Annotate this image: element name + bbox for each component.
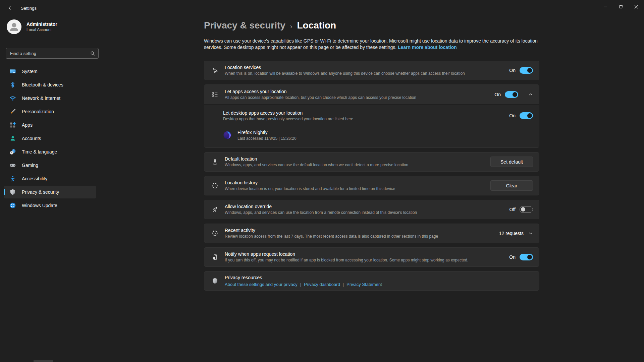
- link-separator: |: [300, 282, 301, 287]
- network-icon: [9, 95, 16, 102]
- settings-cards: Location services When this is on, locat…: [204, 61, 539, 291]
- privacy-statement-link[interactable]: Privacy Statement: [346, 282, 382, 287]
- card-subtitle: When this is on, location will be availa…: [225, 71, 509, 76]
- notify-device-icon: [211, 254, 219, 260]
- recent-activity-dropdown[interactable]: 12 requests: [499, 231, 533, 236]
- card-subtitle: When device location is on, your locatio…: [225, 186, 490, 191]
- card-subtitle: Review location access from the last 7 d…: [225, 234, 499, 239]
- search-box[interactable]: [6, 48, 99, 59]
- expander-header[interactable]: Let apps access your location All apps c…: [204, 85, 539, 104]
- sidebar-item-windows-update[interactable]: Windows Update: [4, 199, 96, 212]
- accounts-icon: [9, 135, 16, 142]
- profile-name: Administrator: [26, 21, 57, 27]
- card-subtitle: If you turn this off, you may not be not…: [225, 258, 509, 262]
- clear-button[interactable]: Clear: [490, 180, 533, 191]
- profile[interactable]: Administrator Local Account: [7, 19, 57, 34]
- firefox-nightly-icon: [223, 131, 232, 139]
- windows-update-icon: [9, 202, 16, 209]
- app-list-icon: [211, 91, 219, 98]
- sidebar-item-time-language[interactable]: Time & language: [4, 145, 96, 158]
- notify-toggle[interactable]: [520, 254, 533, 260]
- toggle-state-label: Off: [509, 207, 516, 212]
- restore-button[interactable]: [613, 0, 629, 14]
- app-title: Settings: [21, 6, 37, 11]
- card-location-override: Allow location override Windows, apps, a…: [204, 200, 539, 219]
- card-desktop-apps-access: Let desktop apps access your location De…: [223, 110, 533, 121]
- card-title: Privacy resources: [225, 275, 533, 280]
- card-default-location: Default location Windows, apps, and serv…: [204, 152, 539, 172]
- apps-icon: [9, 122, 16, 128]
- link-separator: |: [343, 282, 344, 287]
- sidebar-item-bluetooth-devices[interactable]: Bluetooth & devices: [4, 78, 96, 91]
- personalization-icon: [9, 108, 16, 115]
- card-subtitle: Windows, apps, and services can use the …: [225, 210, 509, 215]
- card-title: Let desktop apps access your location: [223, 110, 509, 116]
- card-recent-activity: Recent activity Review location access f…: [204, 224, 539, 243]
- restore-icon: [613, 0, 629, 14]
- sidebar-item-label: Gaming: [22, 163, 38, 168]
- expander-body: Let desktop apps access your location De…: [204, 104, 539, 147]
- back-button[interactable]: [5, 3, 16, 13]
- person-marker-icon: [211, 159, 219, 165]
- sidebar-item-label: Personalization: [22, 109, 54, 114]
- accessibility-icon: [9, 175, 16, 182]
- app-access-entry: Firefox Nightly Last accessed 11/8/25 | …: [223, 130, 533, 141]
- card-title: Location history: [225, 180, 490, 185]
- desktop-apps-toggle[interactable]: [520, 112, 533, 119]
- card-notify-request: Notify when apps request location If you…: [204, 247, 539, 267]
- toggle-state-label: On: [509, 113, 516, 118]
- sidebar-item-label: Apps: [22, 122, 33, 128]
- profile-account-type: Local Account: [26, 27, 57, 32]
- minimize-button[interactable]: [598, 0, 613, 14]
- taskbar-peek-hint: [34, 360, 53, 362]
- search-icon[interactable]: [88, 51, 97, 56]
- card-location-services: Location services When this is on, locat…: [204, 61, 539, 80]
- sidebar-item-gaming[interactable]: Gaming: [4, 159, 96, 172]
- page-description: Windows can use your device's capabiliti…: [204, 38, 539, 51]
- card-location-history: Location history When device location is…: [204, 176, 539, 195]
- learn-more-link[interactable]: Learn more about location: [398, 45, 457, 50]
- card-subtitle: Windows, apps, and services can use the …: [225, 163, 490, 167]
- toggle-state-label: On: [509, 68, 516, 73]
- sidebar-item-system[interactable]: System: [4, 65, 96, 78]
- main-content: Privacy & security › Location Windows ca…: [204, 16, 541, 295]
- sidebar: Administrator Local Account System: [0, 16, 101, 362]
- card-title: Notify when apps request location: [225, 251, 509, 257]
- sidebar-item-label: Privacy & security: [22, 189, 59, 195]
- sidebar-item-network-internet[interactable]: Network & internet: [4, 92, 96, 105]
- location-services-toggle[interactable]: [520, 67, 533, 74]
- search-input[interactable]: [6, 51, 88, 56]
- shield-icon: [9, 189, 16, 195]
- close-icon: [629, 0, 644, 14]
- system-icon: [9, 68, 16, 75]
- minimize-icon: [598, 0, 613, 14]
- privacy-links: About these settings and your privacy | …: [225, 282, 533, 287]
- location-arrow-icon: [211, 67, 219, 74]
- back-arrow-icon: [8, 5, 13, 11]
- set-default-button[interactable]: Set default: [490, 157, 533, 167]
- sidebar-item-accounts[interactable]: Accounts: [4, 132, 96, 145]
- chevron-down-icon: [528, 231, 533, 236]
- sidebar-item-personalization[interactable]: Personalization: [4, 105, 96, 118]
- location-override-icon: [211, 206, 219, 213]
- close-button[interactable]: [629, 0, 644, 14]
- sidebar-item-label: System: [22, 69, 38, 74]
- app-last-accessed: Last accessed 11/8/25 | 15:26:20: [237, 136, 297, 141]
- let-apps-toggle[interactable]: [505, 91, 518, 98]
- card-privacy-resources: Privacy resources About these settings a…: [204, 271, 539, 291]
- breadcrumb-parent[interactable]: Privacy & security: [204, 20, 285, 31]
- sidebar-item-privacy-security[interactable]: Privacy & security: [4, 186, 96, 198]
- card-title: Let apps access your location: [225, 89, 494, 94]
- breadcrumb-separator-icon: ›: [290, 21, 292, 30]
- location-override-toggle[interactable]: [520, 206, 533, 213]
- sidebar-nav: System Bluetooth & devices Network & int…: [4, 65, 96, 213]
- history-icon: [211, 182, 219, 189]
- dropdown-value: 12 requests: [499, 231, 524, 236]
- privacy-dashboard-link[interactable]: Privacy dashboard: [304, 282, 340, 287]
- sidebar-item-apps[interactable]: Apps: [4, 119, 96, 131]
- caption-controls: [598, 0, 644, 14]
- time-language-icon: [9, 148, 16, 155]
- chevron-up-icon[interactable]: [528, 92, 533, 97]
- about-settings-privacy-link[interactable]: About these settings and your privacy: [225, 282, 298, 287]
- sidebar-item-accessibility[interactable]: Accessibility: [4, 172, 96, 185]
